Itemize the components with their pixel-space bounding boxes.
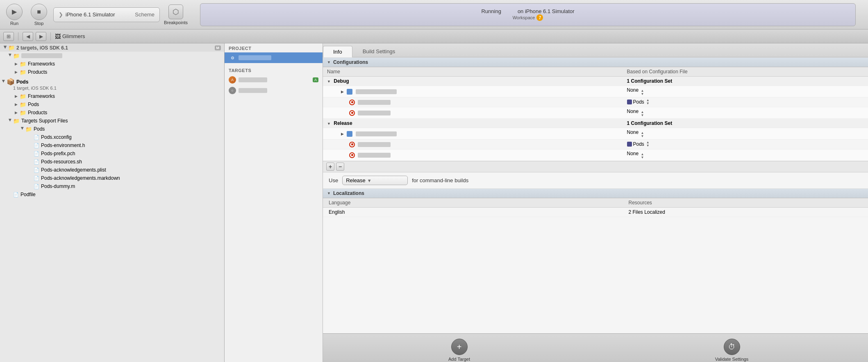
add-target-label: Add Target xyxy=(448,357,470,362)
info-tab[interactable]: Info xyxy=(323,46,352,57)
debug-target1-circle xyxy=(349,100,355,105)
env-label: Pods-environment.h xyxy=(41,143,85,148)
prod2-triangle: ▶ xyxy=(15,111,19,115)
release-target1-name xyxy=(323,140,623,149)
scheme-text: iPhone 6.1 Simulator xyxy=(66,11,115,18)
podfile-item[interactable]: ▶ 📄 Podfile xyxy=(0,190,224,199)
target1-icon: A xyxy=(229,76,236,84)
ts-label: Targets Support Files xyxy=(21,118,68,124)
debug-config-set: 1 Configuration Set xyxy=(623,77,868,86)
debug-sub1-stepper[interactable]: ▲ ▼ xyxy=(641,89,644,96)
debug-sub1-triangle: ▶ xyxy=(341,90,344,94)
root-project-item[interactable]: ▶ 📁 2 targets, iOS SDK 6.1 M xyxy=(0,43,224,52)
add-target-item[interactable]: + Add Target xyxy=(323,337,595,362)
debug-group-row: ▼ Debug 1 Configuration Set xyxy=(323,77,868,86)
glimmers-label: Glimmers xyxy=(62,33,85,39)
english-resources: 2 Files Localized xyxy=(623,208,868,217)
build-settings-tab[interactable]: Build Settings xyxy=(352,45,406,57)
separator-1 xyxy=(18,32,18,41)
pods-env-item[interactable]: ▶ 📄 Pods-environment.h xyxy=(0,141,224,149)
stop-button[interactable]: ■ Stop xyxy=(29,4,49,26)
nav-back-btn[interactable]: ◀ xyxy=(23,32,33,41)
target-item-1[interactable]: A A xyxy=(225,75,323,85)
release-group-row: ▼ Release 1 Configuration Set xyxy=(323,119,868,128)
status-simulator-text: on iPhone 6.1 Simulator xyxy=(518,8,575,14)
validate-settings-item[interactable]: ⏱ Validate Settings xyxy=(595,337,868,362)
release-target1-pods-select[interactable]: Pods ▲ ▼ xyxy=(627,141,650,147)
frameworks-item-2[interactable]: ▶ 📁 Frameworks xyxy=(0,92,224,100)
xcconfig-label: Pods.xcconfig xyxy=(41,134,72,140)
debug-sub1-row: ▶ None ▲ ▼ xyxy=(323,86,868,97)
breakpoints-button[interactable]: ⬡ Breakpoints xyxy=(164,5,188,25)
prod1-folder: 📁 xyxy=(20,69,26,75)
ts-triangle: ▶ xyxy=(8,119,12,123)
release-sub1-triangle: ▶ xyxy=(341,132,344,136)
release-dropdown[interactable]: Release ▼ xyxy=(342,176,408,185)
target-item-2[interactable]: ○ xyxy=(225,85,323,96)
item1-folder: 📁 xyxy=(13,53,20,59)
release-target1-inner xyxy=(351,143,353,145)
folders-view-btn[interactable]: ⊞ xyxy=(3,32,14,41)
pods-sub2-triangle: ▶ xyxy=(20,127,25,131)
debug-target2-stepper[interactable]: ▲ ▼ xyxy=(641,111,644,117)
target1-label xyxy=(239,77,267,82)
target2-label xyxy=(239,88,267,93)
release-dropdown-text: Release xyxy=(346,177,366,183)
pods-dummy-item[interactable]: ▶ 📄 Pods-dummy.m xyxy=(0,182,224,190)
pods-folder-item[interactable]: ▶ 📁 Pods xyxy=(0,100,224,109)
local-table-header: Language Resources xyxy=(323,198,868,208)
project-main-item[interactable]: ⚙ xyxy=(225,52,323,63)
project-icon: ⚙ xyxy=(229,54,236,61)
configurations-triangle: ▼ xyxy=(327,60,331,64)
pods-stepper-2[interactable]: ▲ ▼ xyxy=(646,141,650,147)
nav-forward-btn[interactable]: ▶ xyxy=(36,32,46,41)
ts-folder: 📁 xyxy=(13,118,20,124)
debug-target1-pods-select[interactable]: Pods ▲ ▼ xyxy=(627,99,650,105)
release-sub1-icon xyxy=(347,131,352,137)
debug-target1-inner xyxy=(351,101,353,103)
main-layout: ▶ 📁 2 targets, iOS SDK 6.1 M ▶ 📁 ▶ 📁 Fra… xyxy=(0,43,868,362)
release-sub1-stepper[interactable]: ▲ ▼ xyxy=(641,131,644,138)
project-section-header: PROJECT xyxy=(225,43,323,52)
pods-sub2-folder: 📁 xyxy=(25,126,32,132)
pods-ack-plist-item[interactable]: ▶ 📄 Pods-acknowledgements.plist xyxy=(0,166,224,174)
debug-target1-row: Pods ▲ ▼ xyxy=(323,97,868,107)
fw2-triangle: ▶ xyxy=(15,94,19,98)
pods-sub-label: Pods xyxy=(28,102,39,107)
pods-label-1: Pods xyxy=(633,99,644,105)
pods-icon-2 xyxy=(627,142,632,147)
release-config-set: 1 Configuration Set xyxy=(623,119,868,128)
breakpoints-icon: ⬡ xyxy=(168,5,183,19)
pods-group-item[interactable]: ▶ 📦 Pods 1 target, iOS SDK 6.1 xyxy=(0,76,224,92)
scheme-selector[interactable]: ❯ iPhone 6.1 Simulator Scheme xyxy=(53,7,160,22)
release-target2-stepper[interactable]: ▲ ▼ xyxy=(641,153,644,159)
pods-ack-md-item[interactable]: ▶ 📄 Pods-acknowledgements.markdown xyxy=(0,174,224,182)
pods-stepper-1[interactable]: ▲ ▼ xyxy=(646,99,650,105)
stop-icon: ■ xyxy=(31,4,47,20)
root-folder-icon: 📁 xyxy=(8,45,15,51)
add-remove-bar: + − xyxy=(323,161,868,172)
pods-resources-item[interactable]: ▶ 📄 Pods-resources.sh xyxy=(0,158,224,166)
debug-sub1-name: ▶ xyxy=(323,86,623,97)
pods-prefix-item[interactable]: ▶ 📄 Pods-prefix.pch xyxy=(0,149,224,158)
add-target-icon: + xyxy=(451,339,468,355)
pods-xcconfig-item[interactable]: ▶ 📄 Pods.xcconfig xyxy=(0,133,224,141)
tree-item-blurred-1[interactable]: ▶ 📁 xyxy=(0,52,224,60)
glimmers-tab[interactable]: 🖼 Glimmers xyxy=(55,33,85,40)
frameworks-item-1[interactable]: ▶ 📁 Frameworks xyxy=(0,60,224,68)
products-item-2[interactable]: ▶ 📁 Products xyxy=(0,109,224,117)
targets-section-header: TARGETS xyxy=(225,66,323,75)
run-button[interactable]: ▶ Run xyxy=(4,4,25,26)
use-label: Use xyxy=(329,177,338,183)
pods-sub-folder-item[interactable]: ▶ 📁 Pods xyxy=(0,125,224,133)
release-sub1-none: None xyxy=(627,129,639,135)
targets-support-item[interactable]: ▶ 📁 Targets Support Files xyxy=(0,117,224,125)
add-config-btn[interactable]: + xyxy=(326,163,334,171)
settings-tabs: Info Build Settings xyxy=(323,43,868,57)
run-label: Run xyxy=(10,21,18,26)
warning-badge: 7 xyxy=(536,14,543,21)
release-target2-label xyxy=(358,153,391,158)
separator-2 xyxy=(50,32,51,41)
products-item-1[interactable]: ▶ 📁 Products xyxy=(0,68,224,76)
remove-config-btn[interactable]: − xyxy=(336,163,344,171)
